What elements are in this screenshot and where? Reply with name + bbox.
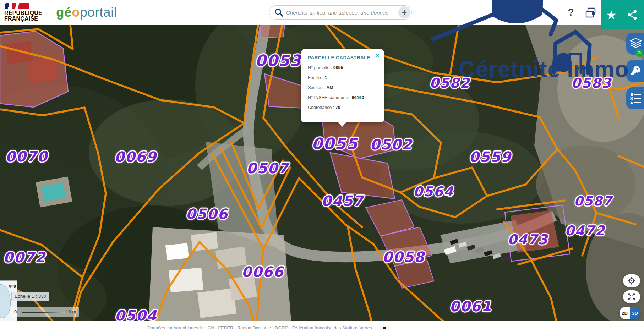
popup-fields: N° parcelle : 0055Feuille : 1Section : A… xyxy=(308,65,378,110)
republique-line2: FRANÇAISE xyxy=(4,16,46,22)
parcel-label-0069[interactable]: 0069 xyxy=(114,149,157,165)
popup-title: PARCELLE CADASTRALE xyxy=(308,55,378,60)
toggle-3d-button[interactable]: 3D xyxy=(630,307,640,319)
minimap-land xyxy=(0,284,11,318)
legend-button[interactable] xyxy=(626,87,644,109)
parcel-label-0587[interactable]: 0587 xyxy=(574,194,612,208)
wrench-icon xyxy=(630,65,641,77)
close-icon[interactable]: ✕ xyxy=(375,53,380,59)
parcel-label-0055[interactable]: 0055 xyxy=(312,135,358,153)
parcel-label-0507[interactable]: 0507 xyxy=(246,160,289,176)
header: RÉPUBLIQUE FRANÇAISE géoportail + ? xyxy=(0,0,644,25)
parcel-label-0506[interactable]: 0506 xyxy=(186,206,228,222)
legend-icon xyxy=(630,92,642,104)
locate-button[interactable] xyxy=(623,274,640,287)
tools-button[interactable] xyxy=(626,60,644,82)
help-button[interactable]: ? xyxy=(564,5,578,20)
geoportail-app: Céretnité Immo 0053058205830070006900550… xyxy=(0,0,644,329)
parcel-label-0058[interactable]: 0058 xyxy=(382,249,425,265)
republique-francaise-logo: RÉPUBLIQUE FRANÇAISE xyxy=(4,3,46,22)
search-icon xyxy=(274,8,283,17)
popup-field: N° INSEE commune : 66160 xyxy=(308,95,378,100)
parcel-label-0072[interactable]: 0072 xyxy=(3,249,45,265)
parcel-label-0559[interactable]: 0559 xyxy=(469,149,511,165)
scale-start: 0 xyxy=(14,309,17,314)
red-flag-icon xyxy=(18,3,30,9)
parcel-info-popup: PARCELLE CADASTRALE ✕ N° parcelle : 0055… xyxy=(301,49,384,122)
search-bar: + xyxy=(269,5,412,20)
layers-button[interactable]: 3 xyxy=(626,33,644,55)
geoportail-logo[interactable]: géoportail xyxy=(56,5,117,20)
favorites-button[interactable]: ★ xyxy=(601,0,622,29)
print-icon xyxy=(585,7,597,19)
scale-end: 10 m xyxy=(66,309,76,314)
parcel-label-0070[interactable]: 0070 xyxy=(5,148,48,165)
popup-anchor xyxy=(338,122,346,127)
popup-field: Contenance : 70 xyxy=(308,105,378,110)
popup-field: Feuille : 1 xyxy=(308,75,378,80)
share-icon xyxy=(627,10,638,20)
parcel-label-0053[interactable]: 0053 xyxy=(255,51,301,70)
dimension-toggle: 2D 3D xyxy=(620,307,640,319)
parcel-label-0457[interactable]: 0457 xyxy=(321,193,364,209)
parcel-label-0066[interactable]: 0066 xyxy=(241,264,284,280)
side-toolbar: 3 xyxy=(626,33,644,109)
locate-icon xyxy=(628,277,635,285)
parcel-label-0582[interactable]: 0582 xyxy=(430,75,470,91)
scale-ratio-label: Échelle 1 : 330 xyxy=(11,292,49,301)
republique-line1: RÉPUBLIQUE xyxy=(4,10,46,16)
share-button[interactable] xyxy=(622,0,643,29)
french-flag-icon xyxy=(5,3,16,9)
layers-count-badge: 3 xyxy=(635,49,643,57)
toggle-2d-button[interactable]: 2D xyxy=(620,307,630,319)
scale-line xyxy=(22,312,65,313)
expand-icon xyxy=(628,293,635,301)
minimap-label: rpig xyxy=(9,284,16,288)
header-separator xyxy=(580,6,580,21)
parcel-label-0061[interactable]: 0061 xyxy=(449,298,492,314)
parcel-label-0472[interactable]: 0472 xyxy=(565,223,605,238)
attribution-marker xyxy=(383,327,386,329)
fullscreen-button[interactable] xyxy=(623,290,640,303)
map-controls: 2D 3D xyxy=(620,274,640,319)
print-button[interactable] xyxy=(584,6,598,21)
popup-field: N° parcelle : 0055 xyxy=(308,65,378,70)
parcel-label-0583[interactable]: 0583 xyxy=(571,75,612,91)
parcel-label-0564[interactable]: 0564 xyxy=(413,184,454,199)
attribution-bar: Données cartographiques © : IGN - FEDER … xyxy=(0,321,644,329)
popup-field: Section : AM xyxy=(308,85,378,90)
search-input[interactable] xyxy=(286,10,398,16)
attribution-text[interactable]: Données cartographiques © : IGN - FEDER … xyxy=(147,325,372,329)
layers-icon xyxy=(630,38,642,50)
add-search-button[interactable]: + xyxy=(398,6,410,18)
parcel-label-0473[interactable]: 0473 xyxy=(508,232,548,247)
star-icon: ★ xyxy=(606,9,617,21)
parcel-label-0502[interactable]: 0502 xyxy=(370,136,412,153)
scale-bar: 0 10 m xyxy=(11,307,79,317)
header-actions: ★ xyxy=(601,0,644,29)
